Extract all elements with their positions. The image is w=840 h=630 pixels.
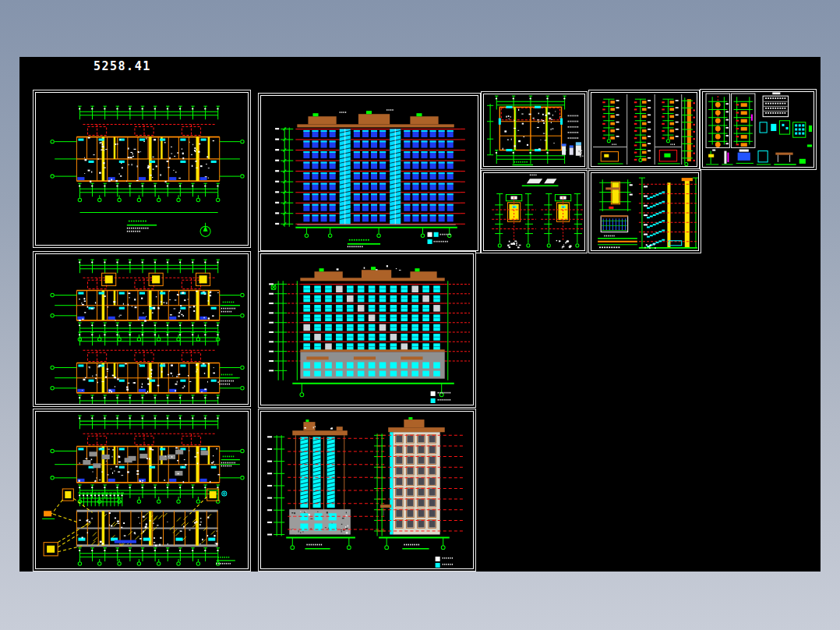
panel-side-elevations xyxy=(258,409,476,572)
panel-front-elevation xyxy=(258,93,481,253)
panel-roof-and-site-plans xyxy=(33,409,251,572)
panel-unit-plan-detail xyxy=(481,91,588,169)
rear-elevation-drawing xyxy=(261,254,473,405)
detail-sheet-drawing xyxy=(703,92,814,167)
front-elevation-drawing xyxy=(261,96,478,250)
panel-stair-core-details xyxy=(481,170,588,253)
panel-frame xyxy=(260,95,478,251)
unit-plan-drawing xyxy=(484,94,584,166)
panel-wall-section-details xyxy=(588,90,700,169)
panel-frame xyxy=(591,92,697,167)
stair-core-drawing xyxy=(484,173,584,250)
panel-frame xyxy=(35,411,249,569)
cad-preview-canvas: 5258.41 xyxy=(19,57,821,572)
panel-frame xyxy=(702,91,814,168)
roof-site-plans-drawing xyxy=(36,412,248,568)
panel-frame xyxy=(483,172,585,251)
stair-section-drawing xyxy=(591,173,698,250)
panel-frame xyxy=(260,253,474,405)
panel-rear-elevation xyxy=(258,251,476,408)
file-number-label: 5258.41 xyxy=(94,59,151,73)
side-elevations-drawing xyxy=(261,412,473,568)
panel-floor-plan-top xyxy=(33,90,251,248)
wall-sections-drawing xyxy=(591,93,697,166)
panel-frame xyxy=(35,92,249,246)
panel-frame xyxy=(483,94,585,167)
panel-frame xyxy=(35,253,249,405)
panel-stair-section xyxy=(588,170,701,253)
panel-frame xyxy=(591,172,699,251)
panel-middle-floor-plans xyxy=(33,251,251,407)
floor-plan-top-drawing xyxy=(36,93,248,245)
panel-detail-sheet xyxy=(700,89,817,170)
middle-floor-plans-drawing xyxy=(36,254,248,404)
panel-frame xyxy=(260,411,474,569)
